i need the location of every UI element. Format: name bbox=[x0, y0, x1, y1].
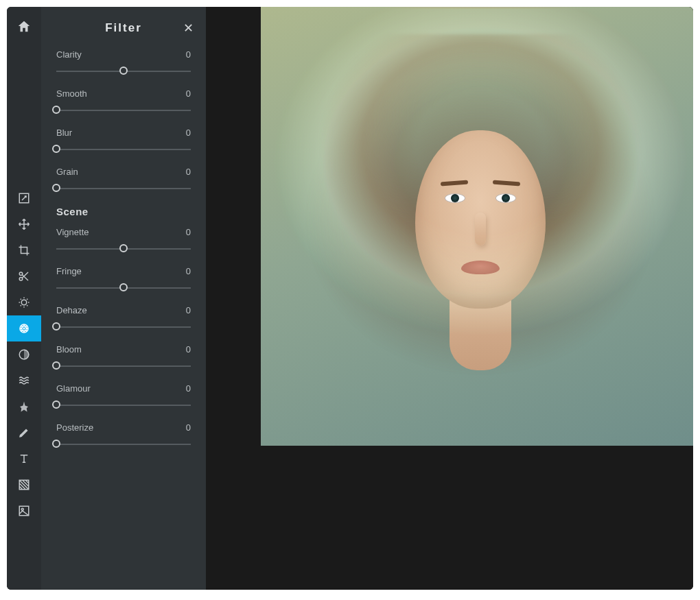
svg-point-1 bbox=[19, 272, 23, 276]
canvas-area[interactable] bbox=[206, 7, 693, 590]
slider-value: 0 bbox=[186, 383, 191, 394]
slider-label: Grain bbox=[56, 167, 78, 177]
tool-adjust[interactable] bbox=[7, 289, 41, 315]
svg-point-5 bbox=[23, 328, 25, 329]
tool-pattern[interactable] bbox=[7, 472, 41, 498]
svg-point-7 bbox=[23, 331, 25, 332]
slider-track[interactable] bbox=[56, 67, 191, 76]
slider-value: 0 bbox=[186, 266, 191, 276]
slider-thumb[interactable] bbox=[52, 145, 60, 153]
slider-value: 0 bbox=[186, 49, 191, 60]
svg-point-9 bbox=[26, 328, 27, 329]
slider-track[interactable] bbox=[56, 244, 191, 254]
slider-track[interactable] bbox=[56, 283, 191, 293]
slider-clarity: Clarity0 bbox=[56, 49, 191, 76]
slider-value: 0 bbox=[186, 227, 191, 237]
close-icon[interactable]: ✕ bbox=[183, 22, 194, 34]
tool-vignette[interactable] bbox=[7, 341, 41, 368]
tool-filter[interactable] bbox=[7, 315, 41, 341]
tool-liquify[interactable] bbox=[7, 368, 41, 394]
svg-point-12 bbox=[22, 330, 23, 331]
svg-point-8 bbox=[21, 328, 23, 329]
slider-track[interactable] bbox=[56, 184, 191, 193]
slider-thumb[interactable] bbox=[52, 184, 60, 192]
slider-label: Dehaze bbox=[56, 305, 87, 315]
slider-thumb[interactable] bbox=[52, 400, 60, 409]
slider-glamour: Glamour0 bbox=[56, 383, 191, 410]
filter-panel: Filter ✕ Clarity0Smooth0Blur0Grain0Scene… bbox=[41, 7, 206, 590]
panel-title: Filter bbox=[105, 21, 142, 35]
svg-point-3 bbox=[21, 300, 27, 305]
slider-track[interactable] bbox=[56, 322, 191, 332]
slider-vignette: Vignette0 bbox=[56, 227, 191, 254]
slider-thumb[interactable] bbox=[119, 244, 128, 252]
slider-thumb[interactable] bbox=[52, 106, 60, 114]
slider-value: 0 bbox=[186, 344, 191, 355]
slider-value: 0 bbox=[186, 422, 191, 433]
slider-dehaze: Dehaze0 bbox=[56, 305, 191, 332]
slider-track[interactable] bbox=[56, 440, 191, 449]
slider-thumb[interactable] bbox=[52, 440, 60, 448]
slider-value: 0 bbox=[186, 88, 191, 99]
svg-point-13 bbox=[25, 330, 27, 331]
slider-thumb[interactable] bbox=[52, 322, 60, 331]
portrait-illustration bbox=[261, 7, 693, 446]
slider-thumb[interactable] bbox=[52, 361, 60, 370]
slider-thumb[interactable] bbox=[119, 283, 128, 291]
slider-value: 0 bbox=[186, 167, 191, 177]
tool-cut[interactable] bbox=[7, 263, 41, 289]
tool-crop[interactable] bbox=[7, 237, 41, 263]
slider-label: Fringe bbox=[56, 266, 82, 276]
panel-header: Filter ✕ bbox=[56, 7, 191, 49]
slider-posterize: Posterize0 bbox=[56, 422, 191, 449]
slider-value: 0 bbox=[186, 305, 191, 315]
slider-label: Glamour bbox=[56, 383, 91, 394]
left-toolbar bbox=[7, 7, 41, 590]
section-title: Scene bbox=[56, 206, 191, 217]
slider-label: Vignette bbox=[56, 227, 89, 237]
slider-label: Blur bbox=[56, 128, 72, 138]
slider-label: Bloom bbox=[56, 344, 82, 355]
tool-text[interactable] bbox=[7, 446, 41, 472]
slider-track[interactable] bbox=[56, 361, 191, 371]
canvas-image[interactable] bbox=[261, 7, 693, 446]
slider-label: Posterize bbox=[56, 422, 93, 433]
tool-move[interactable] bbox=[7, 211, 41, 237]
svg-point-6 bbox=[23, 326, 25, 327]
svg-point-10 bbox=[22, 326, 23, 328]
slider-grain: Grain0 bbox=[56, 167, 191, 193]
tool-brush[interactable] bbox=[7, 420, 41, 446]
home-button[interactable] bbox=[16, 19, 32, 34]
slider-blur: Blur0 bbox=[56, 128, 191, 154]
slider-track[interactable] bbox=[56, 400, 191, 410]
tool-image[interactable] bbox=[7, 498, 41, 524]
slider-label: Smooth bbox=[56, 88, 87, 99]
slider-track[interactable] bbox=[56, 145, 191, 154]
slider-smooth: Smooth0 bbox=[56, 88, 191, 115]
svg-point-11 bbox=[25, 326, 27, 328]
slider-value: 0 bbox=[186, 128, 191, 138]
slider-track[interactable] bbox=[56, 106, 191, 115]
slider-label: Clarity bbox=[56, 49, 82, 60]
slider-thumb[interactable] bbox=[119, 67, 128, 75]
slider-fringe: Fringe0 bbox=[56, 266, 191, 293]
svg-point-2 bbox=[19, 278, 23, 281]
app-window: Filter ✕ Clarity0Smooth0Blur0Grain0Scene… bbox=[7, 7, 693, 590]
tool-clone[interactable] bbox=[7, 394, 41, 420]
tool-resize[interactable] bbox=[7, 185, 41, 211]
svg-point-17 bbox=[21, 508, 23, 510]
slider-bloom: Bloom0 bbox=[56, 344, 191, 371]
